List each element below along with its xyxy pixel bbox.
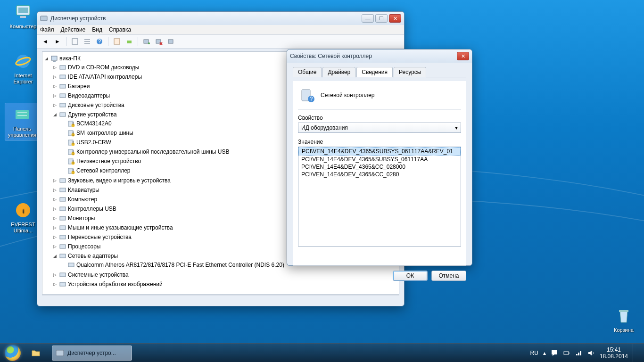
start-button[interactable] [0,344,25,362]
values-listbox[interactable]: PCI\VEN_14E4&DEV_4365&SUBSYS_061117AA&RE… [298,147,461,247]
desktop-icon-label: EVEREST Ultima... [6,222,41,234]
svg-rect-25 [168,40,173,43]
svg-rect-5 [16,110,29,119]
tree-category-label: Клавиатуры [68,187,99,193]
volume-icon[interactable] [587,349,595,357]
folder-icon [31,348,41,358]
list-button[interactable] [82,36,92,47]
svg-text:!: ! [72,168,74,174]
hardware-id-item[interactable]: PCI\VEN_14E4&DEV_4365&SUBSYS_061117AA&RE… [298,147,461,156]
tab-resources[interactable]: Ресурсы [394,67,426,77]
tab-driver[interactable]: Драйвер [322,67,355,77]
unknown-device-icon: ! [67,157,75,165]
desktop-icon-ie[interactable]: Internet Explorer [6,52,41,85]
menu-action[interactable]: Действие [61,26,86,33]
tree-category-label: Дисковые устройства [68,102,124,108]
menu-file[interactable]: Файл [40,26,54,33]
battery-icon[interactable] [563,349,570,357]
tab-general[interactable]: Общие [293,67,322,77]
desktop-icon-label: Компьютер [6,24,41,30]
minimize-button[interactable]: — [362,14,374,23]
tree-category-label: Системные устройства [68,272,129,278]
tray-chevron-icon[interactable]: ▴ [543,350,546,356]
close-button[interactable]: ✕ [389,14,401,23]
tree-category-label: Процессоры [68,243,101,250]
toolbar-divider [138,37,138,46]
usb-icon [59,205,66,213]
show-hidden-button[interactable] [70,36,80,47]
titlebar[interactable]: Диспетчер устройств — ☐ ✕ [37,12,404,25]
svg-rect-53 [60,188,66,192]
svg-rect-52 [60,179,66,182]
forward-button[interactable]: ► [52,36,63,47]
hardware-id-item[interactable]: PCI\VEN_14E4&DEV_4365&CC_028000 [298,163,461,171]
svg-rect-57 [60,226,66,230]
menu-help[interactable]: Справка [109,26,131,33]
menu-view[interactable]: Вид [92,26,102,33]
svg-rect-71 [578,353,579,355]
svg-rect-11 [41,16,47,21]
back-button[interactable]: ◄ [40,36,50,47]
tree-root-label: вика-ПК [59,55,81,62]
svg-rect-63 [60,282,66,286]
desktop-icon-everest[interactable]: i EVEREST Ultima... [6,201,41,234]
taskbar-pinned-explorer[interactable] [28,346,50,361]
svg-rect-20 [144,40,149,43]
tree-item-label: USB2.0-CRW [76,139,111,146]
device-manager-icon [40,15,48,22]
svg-text:!: ! [72,159,74,165]
tree-category-label: Видеоадаптеры [68,92,110,99]
tree-item-label: Неизвестное устройство [76,158,141,165]
hardware-id-item[interactable]: PCI\VEN_14E4&DEV_4365&SUBSYS_061117AA [298,156,461,163]
svg-rect-26 [51,56,57,60]
system-icon [59,271,66,279]
menubar: Файл Действие Вид Справка [37,25,404,35]
svg-rect-56 [60,216,66,220]
desktop-icon-computer[interactable]: Компьютер [6,3,41,30]
action-center-icon[interactable] [551,349,558,357]
uninstall-button[interactable] [154,36,164,47]
taskbar-item-label: Диспетчер устро... [67,350,116,356]
desktop-icon-label: Корзина [606,327,641,333]
tree-item-label: BCM43142A0 [76,120,112,127]
chevron-down-icon: ▾ [455,124,458,131]
unknown-device-icon: ! [67,167,75,174]
ok-button[interactable]: ОК [393,271,428,281]
display-icon [59,92,66,99]
unknown-device-icon: ? [300,88,315,103]
hardware-id-item[interactable]: PCI\VEN_14E4&DEV_4365&CC_0280 [298,171,461,178]
close-button[interactable]: ✕ [457,52,469,60]
desktop-icon-recycle-bin[interactable]: Корзина [606,306,641,333]
clock-date: 18.08.2014 [600,353,628,360]
taskbar-item-device-manager[interactable]: Диспетчер устро... [52,346,132,361]
dropdown-value: ИД оборудования [301,124,348,131]
svg-rect-32 [60,103,66,107]
svg-rect-54 [60,197,66,201]
svg-rect-30 [60,84,66,88]
tree-item-label: Qualcomm Atheros AR8172/8176/8178 PCI-E … [76,262,284,268]
svg-rect-27 [53,61,56,62]
clock[interactable]: 15:41 18.08.2014 [600,346,628,360]
show-desktop-button[interactable] [633,344,639,362]
svg-text:!: ! [72,140,74,146]
cancel-button[interactable]: Отмена [431,271,466,281]
scan-hardware-button[interactable] [141,36,152,47]
titlebar[interactable]: Свойства: Сетевой контроллер ✕ [287,49,472,63]
network-icon[interactable] [575,349,583,357]
property-dropdown[interactable]: ИД оборудования ▾ [298,123,461,133]
maximize-button[interactable]: ☐ [375,14,388,23]
help-button[interactable]: ? [94,36,105,47]
properties-button[interactable] [112,36,122,47]
taskbar: Диспетчер устро... RU ▴ 15:41 18.08.2014 [0,343,644,362]
ide-icon [59,73,66,81]
language-indicator[interactable]: RU [530,350,538,356]
svg-rect-61 [68,263,74,267]
disable-button[interactable] [166,36,176,47]
window-title: Диспетчер устройств [50,15,362,22]
unknown-device-icon: ! [67,148,75,156]
monitor-icon [59,214,66,222]
tab-details[interactable]: Сведения [356,67,393,77]
svg-rect-28 [60,66,66,69]
update-driver-button[interactable] [124,36,134,47]
desktop-icon-control-panel[interactable]: Панель управления [5,103,40,140]
